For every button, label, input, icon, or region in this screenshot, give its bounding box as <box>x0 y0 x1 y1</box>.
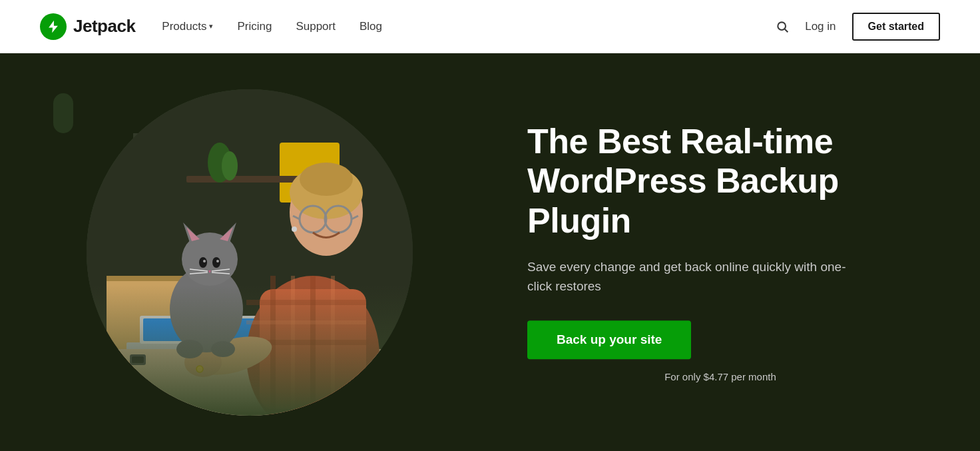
pricing-label: Pricing <box>237 20 272 33</box>
hero-photo-placeholder <box>87 89 413 416</box>
blog-label: Blog <box>360 20 382 33</box>
svg-rect-12 <box>87 349 413 416</box>
svg-rect-10 <box>140 316 286 344</box>
svg-rect-52 <box>132 356 144 363</box>
svg-point-0 <box>778 22 786 30</box>
search-icon <box>776 20 789 33</box>
main-nav: Products ▾ Pricing Support Blog <box>162 20 776 33</box>
svg-point-6 <box>222 151 238 181</box>
hero-subtitle: Save every change and get back online qu… <box>527 257 847 296</box>
svg-point-49 <box>176 340 203 358</box>
nav-blog[interactable]: Blog <box>360 20 382 33</box>
hero-scene-svg <box>87 89 413 416</box>
svg-point-13 <box>246 276 379 416</box>
svg-point-24 <box>196 366 203 372</box>
svg-rect-14 <box>260 289 366 409</box>
nav-products[interactable]: Products ▾ <box>162 20 213 33</box>
svg-point-27 <box>300 163 353 196</box>
cta-wrapper: Back up your site For only $4.77 per mon… <box>527 320 913 382</box>
search-button[interactable] <box>776 20 789 33</box>
svg-line-1 <box>785 29 788 32</box>
svg-rect-2 <box>87 89 413 416</box>
hero-title: The Best Real-time WordPress Backup Plug… <box>527 122 913 241</box>
site-header: Jetpack Products ▾ Pricing Support Blog … <box>0 0 980 53</box>
jetpack-bolt-icon <box>46 19 61 34</box>
nav-support[interactable]: Support <box>296 20 336 33</box>
svg-point-22 <box>190 329 276 382</box>
backup-cta-button[interactable]: Back up your site <box>527 320 691 359</box>
login-link[interactable]: Log in <box>805 20 836 33</box>
svg-rect-9 <box>126 342 300 350</box>
svg-rect-11 <box>143 318 283 341</box>
price-note: For only $4.77 per month <box>527 371 913 382</box>
hero-content: The Best Real-time WordPress Backup Plug… <box>527 122 913 382</box>
logo-text: Jetpack <box>73 16 135 37</box>
chevron-down-icon: ▾ <box>209 22 213 31</box>
logo-link[interactable]: Jetpack <box>40 13 135 40</box>
bg-plant <box>53 93 73 133</box>
logo-icon <box>40 13 67 40</box>
svg-point-23 <box>184 348 222 377</box>
svg-point-40 <box>199 257 207 268</box>
svg-point-41 <box>212 257 220 268</box>
products-label: Products <box>162 20 206 33</box>
svg-point-42 <box>203 260 206 262</box>
svg-point-33 <box>292 226 297 232</box>
nav-pricing[interactable]: Pricing <box>237 20 272 33</box>
header-actions: Log in Get started <box>776 13 940 41</box>
svg-rect-7 <box>107 276 226 369</box>
svg-point-43 <box>216 260 219 262</box>
svg-rect-51 <box>130 354 146 365</box>
support-label: Support <box>296 20 336 33</box>
svg-point-50 <box>211 341 235 357</box>
get-started-button[interactable]: Get started <box>852 13 940 41</box>
hero-section: The Best Real-time WordPress Backup Plug… <box>0 53 980 451</box>
hero-image <box>87 89 413 416</box>
